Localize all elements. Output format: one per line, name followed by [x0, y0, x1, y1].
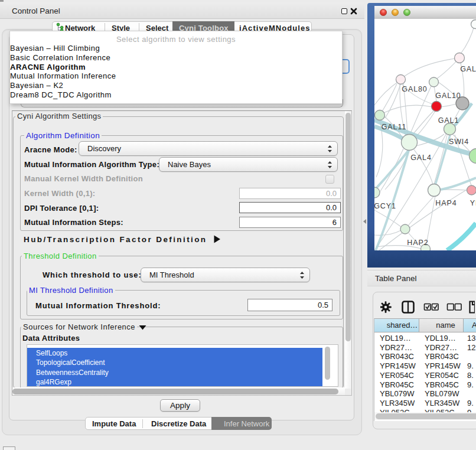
svg-text:HAP2: HAP2: [407, 239, 428, 247]
svg-text:GAL10: GAL10: [435, 92, 461, 100]
svg-text:HAP4: HAP4: [435, 199, 457, 207]
svg-text:GAL1: GAL1: [438, 116, 459, 125]
svg-text:SWI4: SWI4: [449, 138, 469, 146]
svg-text:YM: YM: [470, 199, 476, 207]
svg-text:GAL4: GAL4: [410, 154, 432, 162]
svg-text:GAL2: GAL2: [460, 65, 476, 73]
svg-text:GAL11: GAL11: [382, 123, 407, 131]
svg-text:GCY1: GCY1: [374, 202, 396, 210]
svg-text:GAL80: GAL80: [402, 85, 427, 93]
